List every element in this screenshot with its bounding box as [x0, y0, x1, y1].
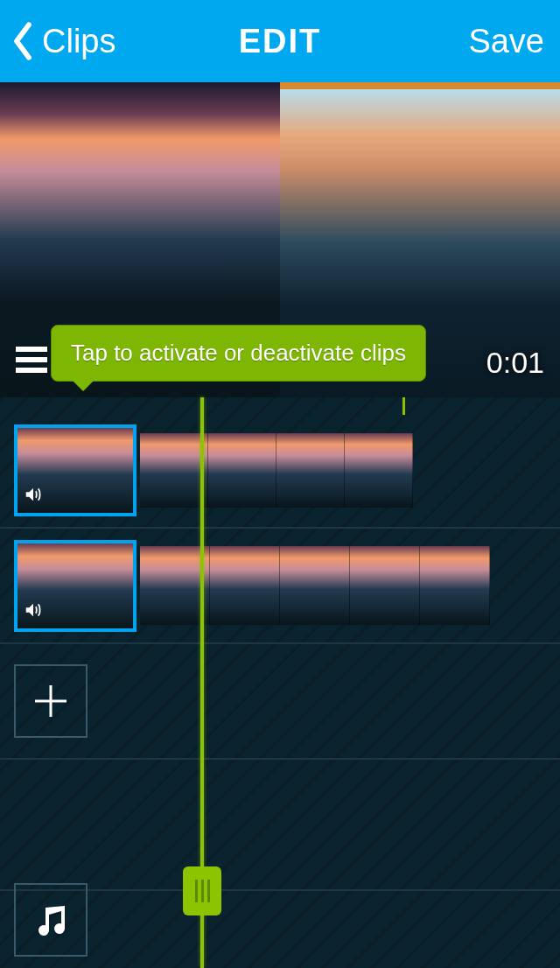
header-bar: Clips EDIT Save: [0, 0, 560, 82]
back-label: Clips: [42, 23, 116, 60]
music-note-icon: [33, 902, 68, 937]
tooltip: Tap to activate or deactivate clips: [51, 325, 426, 382]
speaker-icon: [23, 600, 44, 623]
plus-icon: [32, 682, 70, 720]
frame: [276, 433, 345, 508]
frame: [140, 433, 208, 508]
music-button[interactable]: [14, 883, 88, 957]
add-clip-button[interactable]: [14, 664, 88, 738]
timeline-track-2[interactable]: [0, 529, 560, 644]
frame: [140, 546, 210, 625]
playhead[interactable]: [200, 397, 204, 968]
frame: [280, 546, 350, 625]
hamburger-icon[interactable]: [16, 347, 47, 373]
playhead-tick: [402, 397, 405, 415]
clip-frames[interactable]: [140, 546, 490, 625]
preview-overlay: Tap to activate or deactivate clips 0:01: [0, 322, 560, 397]
playhead-handle[interactable]: [183, 866, 221, 915]
frame: [420, 546, 490, 625]
music-bar: [0, 872, 560, 968]
frame: [210, 546, 280, 625]
tooltip-bubble[interactable]: Tap to activate or deactivate clips: [51, 325, 426, 382]
back-button[interactable]: Clips: [10, 20, 116, 62]
timeline[interactable]: [0, 397, 560, 968]
save-button[interactable]: Save: [468, 23, 544, 60]
frame: [345, 433, 413, 508]
clip-thumbnail[interactable]: [14, 540, 136, 632]
add-track-row: [0, 644, 560, 760]
clip-frames[interactable]: [140, 433, 413, 508]
clip-thumbnail[interactable]: [14, 424, 136, 516]
frame: [208, 433, 276, 508]
time-label: 0:01: [486, 346, 544, 380]
tooltip-text: Tap to activate or deactivate clips: [71, 340, 406, 366]
speaker-icon: [23, 485, 44, 508]
timeline-track-1[interactable]: [0, 413, 560, 529]
grip-icon: [195, 880, 198, 902]
video-preview[interactable]: Tap to activate or deactivate clips 0:01: [0, 82, 560, 397]
frame: [350, 546, 420, 625]
chevron-left-icon: [10, 20, 35, 62]
